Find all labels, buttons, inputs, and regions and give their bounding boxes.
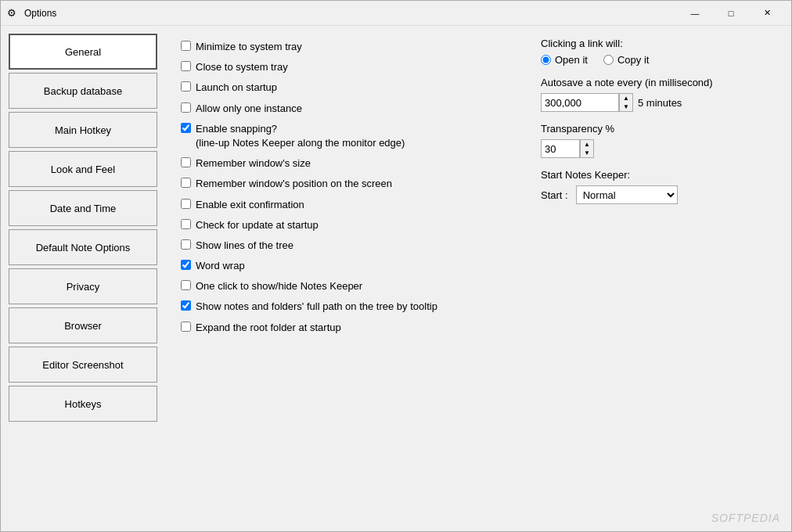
checkbox-row-one_instance: Allow only one instance bbox=[181, 99, 517, 118]
checkbox-label-enable_snapping: Enable snapping?(line-up Notes Keeper al… bbox=[196, 122, 405, 150]
main-panel: Minimize to system trayClose to system t… bbox=[173, 34, 525, 523]
checkbox-one_instance[interactable] bbox=[181, 102, 191, 113]
checkbox-row-launch_startup: Launch on startup bbox=[181, 78, 517, 97]
maximize-button[interactable]: □ bbox=[713, 1, 749, 26]
link-section: Clicking a link will: Open it Copy it bbox=[541, 38, 776, 66]
watermark: SOFTPEDIA bbox=[711, 512, 780, 524]
autosave-input[interactable] bbox=[541, 93, 619, 112]
start-dropdown[interactable]: Normal Minimized Maximized bbox=[576, 185, 678, 204]
checkbox-enable_snapping[interactable] bbox=[181, 123, 191, 133]
checkbox-row-exit_confirm: Enable exit confirmation bbox=[181, 196, 517, 214]
transparency-input[interactable] bbox=[541, 139, 580, 158]
checkbox-row-enable_snapping: Enable snapping?(line-up Notes Keeper al… bbox=[181, 120, 517, 153]
open-it-label: Open it bbox=[555, 54, 588, 66]
checkbox-row-word_wrap: Word wrap bbox=[181, 257, 517, 275]
checkbox-label-expand_root: Expand the root folder at startup bbox=[196, 321, 341, 335]
checkbox-label-one_click: One click to show/hide Notes Keeper bbox=[196, 279, 362, 293]
checkbox-label-one_instance: Allow only one instance bbox=[196, 102, 302, 116]
copy-it-radio[interactable] bbox=[603, 55, 614, 65]
right-panel: Clicking a link will: Open it Copy it Au… bbox=[533, 34, 783, 523]
checkbox-row-show_full_path: Show notes and folders' full path on the… bbox=[181, 297, 517, 316]
autosave-down-btn[interactable]: ▼ bbox=[620, 102, 632, 111]
checkbox-remember_pos[interactable] bbox=[181, 178, 191, 188]
checkbox-label-word_wrap: Word wrap bbox=[196, 259, 245, 273]
start-section-label: Start Notes Keeper: bbox=[541, 169, 776, 181]
link-section-label: Clicking a link will: bbox=[541, 38, 776, 49]
checkbox-label-show_lines: Show lines of the tree bbox=[196, 239, 293, 253]
checkbox-row-show_lines: Show lines of the tree bbox=[181, 236, 517, 255]
transparency-down-btn[interactable]: ▼ bbox=[581, 149, 593, 157]
copy-it-label: Copy it bbox=[617, 54, 649, 66]
checkbox-expand_root[interactable] bbox=[181, 322, 191, 332]
transparency-section: Transparency % ▲ ▼ bbox=[541, 123, 776, 158]
start-section: Start Notes Keeper: Start : Normal Minim… bbox=[541, 169, 776, 204]
autosave-unit: 5 minutes bbox=[638, 97, 682, 109]
sidebar-btn-privacy[interactable]: Privacy bbox=[9, 268, 157, 304]
copy-it-option[interactable]: Copy it bbox=[603, 54, 649, 66]
checkbox-label-show_full_path: Show notes and folders' full path on the… bbox=[196, 300, 437, 314]
sidebar-btn-backup[interactable]: Backup database bbox=[9, 73, 157, 109]
autosave-label: Autosave a note every (in millisecond) bbox=[541, 77, 776, 88]
checkbox-row-minimize_tray: Minimize to system tray bbox=[181, 38, 517, 56]
app-icon: ⚙ bbox=[7, 7, 20, 20]
transparency-spinners: ▲ ▼ bbox=[580, 139, 594, 158]
sidebar-btn-datetime[interactable]: Date and Time bbox=[9, 190, 157, 226]
checkbox-row-expand_root: Expand the root folder at startup bbox=[181, 318, 517, 337]
checkbox-label-check_update: Check for update at startup bbox=[196, 218, 319, 232]
transparency-row: ▲ ▼ bbox=[541, 139, 776, 158]
transparency-label: Transparency % bbox=[541, 123, 776, 135]
checkbox-show_lines[interactable] bbox=[181, 239, 191, 250]
sidebar: GeneralBackup databaseMain HotkeyLook an… bbox=[9, 34, 165, 523]
title-bar: ⚙ Options — □ ✕ bbox=[1, 1, 791, 26]
sidebar-btn-browser[interactable]: Browser bbox=[9, 307, 157, 343]
link-radio-group: Open it Copy it bbox=[541, 54, 776, 66]
checkbox-one_click[interactable] bbox=[181, 280, 191, 290]
sidebar-btn-hotkeys[interactable]: Hotkeys bbox=[9, 386, 157, 422]
checkbox-row-one_click: One click to show/hide Notes Keeper bbox=[181, 277, 517, 296]
checkbox-remember_size[interactable] bbox=[181, 157, 191, 167]
checkbox-row-check_update: Check for update at startup bbox=[181, 216, 517, 235]
sidebar-btn-general[interactable]: General bbox=[9, 34, 157, 70]
start-row: Start : Normal Minimized Maximized bbox=[541, 185, 776, 204]
open-it-radio[interactable] bbox=[541, 55, 551, 65]
checkbox-label-close_tray: Close to system tray bbox=[196, 60, 288, 74]
window-controls: — □ ✕ bbox=[677, 1, 785, 26]
checkbox-close_tray[interactable] bbox=[181, 61, 191, 71]
options-window: ⚙ Options — □ ✕ GeneralBackup databaseMa… bbox=[0, 0, 792, 532]
minimize-button[interactable]: — bbox=[677, 1, 713, 26]
window-title: Options bbox=[24, 8, 677, 19]
checkbox-row-remember_pos: Remember window's position on the screen bbox=[181, 174, 517, 193]
transparency-up-btn[interactable]: ▲ bbox=[581, 140, 593, 149]
sidebar-btn-look[interactable]: Look and Feel bbox=[9, 151, 157, 187]
transparency-spinner-wrapper: ▲ ▼ bbox=[541, 139, 594, 158]
checkbox-row-remember_size: Remember window's size bbox=[181, 154, 517, 173]
autosave-spinners: ▲ ▼ bbox=[619, 93, 633, 112]
checkbox-label-launch_startup: Launch on startup bbox=[196, 81, 277, 95]
autosave-spinner-wrapper: ▲ ▼ bbox=[541, 93, 633, 112]
autosave-row: ▲ ▼ 5 minutes bbox=[541, 93, 776, 112]
checkbox-label-remember_size: Remember window's size bbox=[196, 156, 311, 171]
sidebar-btn-defaultnote[interactable]: Default Note Options bbox=[9, 229, 157, 265]
checkbox-label-remember_pos: Remember window's position on the screen bbox=[196, 177, 392, 191]
close-button[interactable]: ✕ bbox=[749, 1, 785, 26]
checkbox-show_full_path[interactable] bbox=[181, 300, 191, 311]
content-area: GeneralBackup databaseMain HotkeyLook an… bbox=[1, 26, 791, 531]
checkbox-check_update[interactable] bbox=[181, 219, 191, 229]
checkbox-minimize_tray[interactable] bbox=[181, 41, 191, 51]
checkbox-row-close_tray: Close to system tray bbox=[181, 58, 517, 77]
checkbox-label-exit_confirm: Enable exit confirmation bbox=[196, 198, 304, 212]
start-label: Start : bbox=[541, 189, 568, 201]
open-it-option[interactable]: Open it bbox=[541, 54, 588, 66]
checkbox-exit_confirm[interactable] bbox=[181, 199, 191, 209]
checkbox-label-minimize_tray: Minimize to system tray bbox=[196, 40, 302, 54]
autosave-section: Autosave a note every (in millisecond) ▲… bbox=[541, 77, 776, 112]
autosave-up-btn[interactable]: ▲ bbox=[620, 94, 632, 102]
checkbox-word_wrap[interactable] bbox=[181, 260, 191, 270]
sidebar-btn-editor[interactable]: Editor Screenshot bbox=[9, 347, 157, 383]
checkbox-launch_startup[interactable] bbox=[181, 81, 191, 92]
checkboxes-section: Minimize to system trayClose to system t… bbox=[181, 38, 517, 337]
sidebar-btn-hotkey[interactable]: Main Hotkey bbox=[9, 112, 157, 148]
